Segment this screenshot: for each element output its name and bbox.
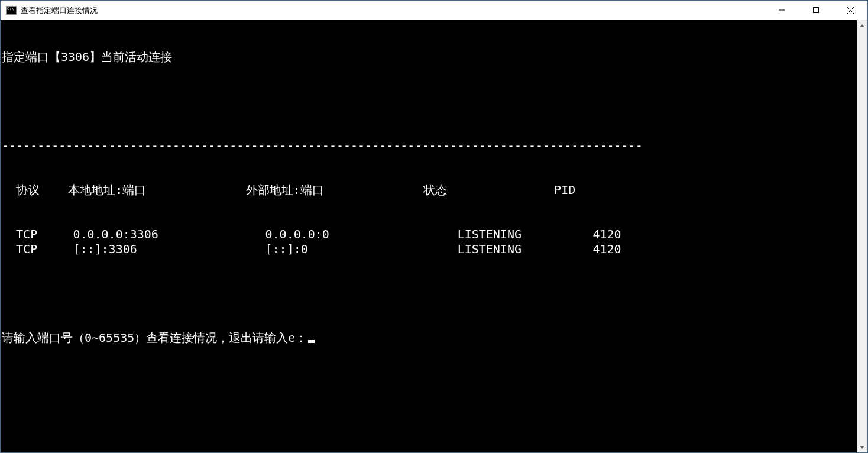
app-window: 查看指定端口连接情况 指定端口【3306】当前活动连接 ------------… xyxy=(0,0,868,453)
client-area: 指定端口【3306】当前活动连接 -----------------------… xyxy=(1,20,867,452)
table-row: TCP [::]:3306 [::]:0 LISTENING 4120 xyxy=(1,242,857,257)
separator-line: ----------------------------------------… xyxy=(1,138,857,153)
window-title: 查看指定端口连接情况 xyxy=(21,1,765,20)
close-button[interactable] xyxy=(833,1,867,20)
scroll-down-button[interactable] xyxy=(857,442,867,452)
scroll-up-button[interactable] xyxy=(857,20,867,31)
prompt-text: 请输入端口号（0~65535）查看连接情况，退出请输入e： xyxy=(2,331,307,345)
minimize-button[interactable] xyxy=(765,1,799,20)
blank-line xyxy=(1,94,857,109)
window-controls xyxy=(765,1,867,20)
vertical-scrollbar[interactable] xyxy=(857,20,867,452)
svg-rect-0 xyxy=(814,8,819,13)
terminal-output[interactable]: 指定端口【3306】当前活动连接 -----------------------… xyxy=(1,20,857,452)
chevron-down-icon xyxy=(860,446,864,449)
title-bar[interactable]: 查看指定端口连接情况 xyxy=(1,1,867,20)
maximize-button[interactable] xyxy=(799,1,833,20)
heading-line: 指定端口【3306】当前活动连接 xyxy=(1,50,857,64)
close-icon xyxy=(847,7,854,14)
blank-line xyxy=(1,286,857,301)
scroll-track[interactable] xyxy=(857,31,867,442)
maximize-icon xyxy=(813,7,819,13)
cursor xyxy=(308,340,315,343)
columns-header: 协议 本地地址:端口 外部地址:端口 状态 PID xyxy=(1,183,857,198)
app-icon xyxy=(6,6,17,15)
prompt-line: 请输入端口号（0~65535）查看连接情况，退出请输入e： xyxy=(1,331,857,345)
chevron-up-icon xyxy=(860,24,864,27)
minimize-icon xyxy=(779,7,785,13)
rows-container: TCP 0.0.0.0:3306 0.0.0.0:0 LISTENING 412… xyxy=(1,227,857,257)
table-row: TCP 0.0.0.0:3306 0.0.0.0:0 LISTENING 412… xyxy=(1,227,857,242)
